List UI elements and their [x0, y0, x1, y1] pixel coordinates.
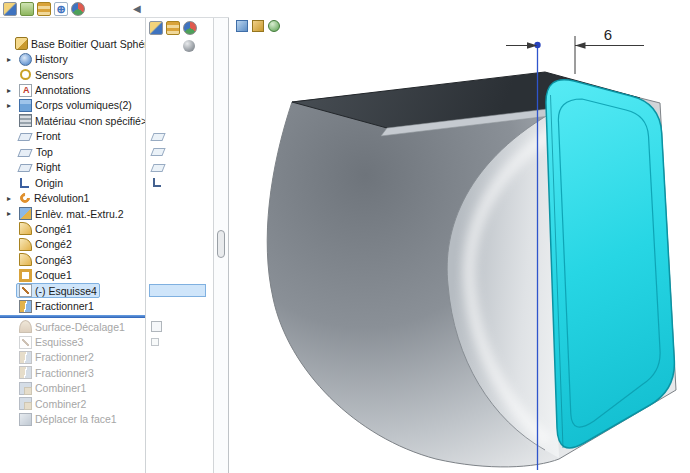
tree-item-label: Congé3 [35, 254, 72, 266]
icon-sketch [19, 284, 32, 297]
icon-shell [19, 269, 32, 282]
tree-item-corps-volumiques-2[interactable]: ▸Corps volumiques(2) [0, 98, 145, 113]
expand-arrow-icon[interactable]: ▸ [7, 101, 16, 110]
tree-item-content[interactable]: Congé1 [16, 221, 75, 236]
tree-item-label: Annotations [35, 84, 90, 96]
tree-item-label: Combiner2 [35, 398, 86, 410]
tree-item-front[interactable]: Front [0, 129, 145, 144]
tree-item-content[interactable]: Congé3 [16, 252, 75, 267]
tree-item-label: Fractionner2 [35, 351, 94, 363]
tree-item-right[interactable]: Right [0, 160, 145, 175]
tree-item-origin[interactable]: Origin [0, 175, 145, 190]
displaymanager-tab-icon[interactable] [71, 2, 85, 16]
tree-item-content[interactable]: Congé2 [16, 237, 75, 252]
tree-item-label: Congé2 [35, 238, 72, 250]
icon-split [19, 300, 32, 313]
tree-item-surface-d-calage1[interactable]: Surface-Décalage1 [0, 319, 145, 334]
tree-item-content[interactable]: Enlèv. mat.-Extru.2 [16, 206, 127, 221]
mini-cube-gold-icon [252, 20, 264, 32]
icon-sensors [20, 69, 31, 80]
dimension-text[interactable]: 6 [604, 26, 612, 43]
tree-item-content[interactable]: Révolution1 [16, 191, 92, 205]
tree-item-content[interactable]: Annotations [16, 83, 93, 98]
selected-sketch-highlight[interactable] [149, 284, 206, 297]
expand-arrow-icon[interactable]: ▸ [7, 209, 16, 218]
tree-item-fractionner2[interactable]: Fractionner2 [0, 350, 145, 365]
icon-plane [17, 133, 32, 141]
feature-tree: Base Boitier Quart Sphére▸HistorySensors… [0, 36, 145, 473]
collapse-pane-arrow-icon[interactable]: ◀ [133, 3, 141, 14]
tree-item-fractionner3[interactable]: Fractionner3 [0, 365, 145, 380]
tree-item-label: History [35, 53, 68, 65]
expand-arrow-icon[interactable]: ▸ [7, 194, 16, 203]
top-plane-marker [150, 148, 165, 156]
tree-item-cong-1[interactable]: Congé1 [0, 221, 145, 236]
featuremanager-tab-icon[interactable] [3, 2, 17, 16]
tree-item-base-boitier-quart-sph-re[interactable]: Base Boitier Quart Sphére [0, 36, 145, 51]
tree-item-label: Front [36, 130, 61, 142]
scrollbar-thumb[interactable] [217, 230, 225, 258]
dimension-6[interactable]: 6 [506, 26, 644, 74]
tree-item-content[interactable]: Front [16, 129, 64, 143]
tree-item-mat-riau-non-sp-cifi[interactable]: Matériau <non spécifié> [0, 113, 145, 128]
tree-item-content[interactable]: Fractionner3 [16, 365, 97, 380]
configurationmanager-tab-icon[interactable] [37, 2, 51, 16]
graphics-area[interactable]: 6 [230, 0, 690, 473]
tree-item-content[interactable]: Origin [16, 176, 66, 190]
graphics-viewport[interactable]: 6 [230, 0, 690, 473]
tree-item-content[interactable]: Fractionner2 [16, 350, 97, 365]
tree-item-esquisse3[interactable]: Esquisse3 [0, 334, 145, 349]
propertymanager-tab-icon[interactable] [20, 2, 34, 16]
tree-item-content[interactable]: Fractionner1 [16, 299, 97, 314]
dimxpertmanager-tab-icon[interactable]: ⊕ [54, 2, 68, 16]
rollback-bar[interactable] [0, 315, 145, 318]
tree-item-label: Fractionner1 [35, 300, 94, 312]
icon-sketch [19, 336, 32, 349]
pane-scrollbar[interactable] [213, 18, 229, 473]
tree-item-content[interactable]: Déplacer la face1 [16, 412, 120, 427]
tree-item-cong-3[interactable]: Congé3 [0, 252, 145, 267]
tree-item-fractionner1[interactable]: Fractionner1 [0, 298, 145, 313]
second-pane-markers [147, 18, 213, 473]
tree-item-content[interactable]: Surface-Décalage1 [16, 319, 128, 334]
tree-item-label: (-) Esquisse4 [35, 285, 97, 297]
tree-item-content[interactable]: Sensors [16, 67, 77, 82]
expand-arrow-icon[interactable]: ▸ [7, 55, 16, 64]
tree-item-coque1[interactable]: Coque1 [0, 268, 145, 283]
tree-item-label: Right [36, 161, 61, 173]
tree-item-combiner2[interactable]: Combiner2 [0, 396, 145, 411]
icon-fillet [19, 222, 32, 235]
tree-item-content[interactable]: Matériau <non spécifié> [16, 113, 145, 128]
tree-item-cong-2[interactable]: Congé2 [0, 237, 145, 252]
icon-fillet [19, 238, 32, 251]
tree-item-annotations[interactable]: ▸Annotations [0, 82, 145, 97]
tree-item-content[interactable]: Right [16, 160, 64, 174]
tree-item-content[interactable]: Combiner2 [16, 396, 89, 411]
tree-item-combiner1[interactable]: Combiner1 [0, 381, 145, 396]
icon-part [15, 37, 28, 50]
tree-item-content[interactable]: History [16, 52, 71, 67]
icon-revolve [18, 191, 32, 205]
tree-item-enl-v-mat-extru-2[interactable]: ▸Enlèv. mat.-Extru.2 [0, 206, 145, 221]
icon-history [19, 53, 32, 66]
expand-arrow-icon[interactable]: ▸ [7, 86, 16, 95]
tree-item-top[interactable]: Top [0, 144, 145, 159]
tree-item-sensors[interactable]: Sensors [0, 67, 145, 82]
tree-item-d-placer-la-face1[interactable]: Déplacer la face1 [0, 412, 145, 427]
tree-item-history[interactable]: ▸History [0, 51, 145, 66]
selected-tree-item[interactable]: (-) Esquisse4 [16, 283, 100, 298]
tree-item-label: Esquisse3 [35, 336, 83, 348]
tree-item-esquisse4[interactable]: (-) Esquisse4 [0, 283, 145, 298]
tree-item-r-volution1[interactable]: ▸Révolution1 [0, 190, 145, 205]
tree-item-label: Base Boitier Quart Sphére [31, 38, 145, 50]
tree-item-content[interactable]: Base Boitier Quart Sphére [12, 36, 145, 51]
tree-item-content[interactable]: Esquisse3 [16, 335, 86, 350]
icon-material [19, 114, 32, 127]
tree-item-label: Révolution1 [34, 192, 89, 204]
tree-item-content[interactable]: Coque1 [16, 268, 75, 283]
tree-item-label: Top [36, 146, 53, 158]
tree-item-content[interactable]: Top [16, 145, 56, 159]
tree-item-label: Déplacer la face1 [35, 413, 117, 425]
tree-item-content[interactable]: Combiner1 [16, 381, 89, 396]
tree-item-content[interactable]: Corps volumiques(2) [16, 98, 135, 113]
